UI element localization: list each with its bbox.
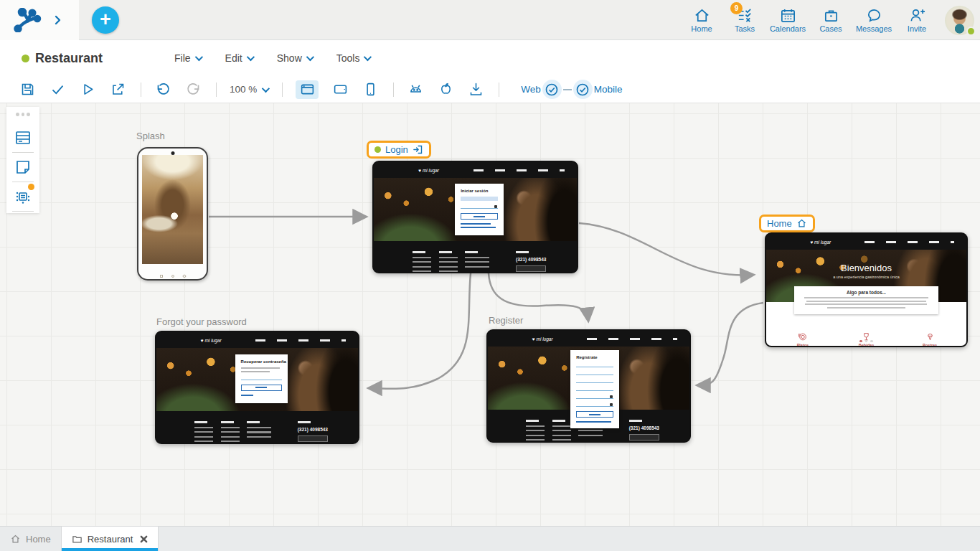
mock-nav-links	[473, 169, 565, 171]
logo-zone	[0, 0, 79, 40]
nav-messages-button[interactable]: Messages	[852, 7, 895, 33]
mock-navbar: ♥ mi lugar	[766, 234, 966, 250]
templates-tool-button[interactable]	[6, 153, 39, 182]
tab-home-label: Home	[26, 534, 51, 545]
nav-calendars-button[interactable]: Calendars	[766, 7, 809, 33]
new-item-button[interactable]: +	[92, 6, 119, 34]
tab-restaurant-label: Restaurant	[88, 534, 133, 545]
invite-user-icon	[909, 7, 925, 24]
mobile-toggle[interactable]	[573, 80, 593, 99]
screens-icon	[14, 129, 32, 146]
zoom-value: 100 %	[230, 84, 257, 95]
forgot-screen-label[interactable]: Forgot your password	[156, 316, 247, 327]
mock-navbar: ♥ mi lugar	[156, 332, 358, 348]
browser-device-icon	[300, 82, 315, 97]
design-canvas[interactable]: Splash Login ♥ mi lugar Iniciar sesión	[0, 103, 980, 526]
menu-show[interactable]: Show	[277, 52, 312, 64]
device-tablet-button[interactable]	[331, 81, 349, 98]
top-bar: + Home 9 Tasks	[0, 0, 980, 40]
zoom-dropdown[interactable]: 100 %	[230, 84, 268, 95]
nav-cases-button[interactable]: Cases	[809, 7, 852, 33]
home-label-text: Home	[767, 218, 792, 229]
forgot-screen-thumbnail[interactable]: ♥ mi lugar Recuperar contraseña	[155, 331, 359, 444]
masters-notification-dot	[28, 184, 34, 190]
footer-phone: (321) 4098543	[298, 427, 341, 432]
nav-invite-button[interactable]: Invite	[895, 7, 938, 33]
share-button[interactable]	[109, 81, 126, 98]
tab-home[interactable]: Home	[0, 527, 61, 551]
download-button[interactable]	[467, 81, 484, 98]
mock-brand: ♥ mi lugar	[810, 240, 831, 245]
home-screen-thumbnail[interactable]: ♥ mi lugar Bienvenidos a una experiencia…	[765, 232, 968, 347]
login-card-title: Iniciar sesión	[461, 189, 498, 193]
forgot-link	[461, 223, 491, 225]
save-button[interactable]	[19, 81, 36, 98]
nav-home-button[interactable]: Home	[680, 7, 723, 33]
footer-button	[516, 265, 546, 272]
top-navigation: Home 9 Tasks Calendars	[680, 0, 938, 40]
justinmind-logo[interactable]	[13, 8, 42, 32]
user-avatar[interactable]	[945, 6, 974, 35]
home-screen-label[interactable]: Home	[759, 215, 815, 232]
validate-button[interactable]	[49, 81, 66, 98]
close-tab-button[interactable]	[140, 535, 148, 543]
screens-tool-button[interactable]	[6, 123, 39, 152]
intro-card: Algo para todos...	[794, 286, 938, 314]
login-link	[576, 421, 611, 423]
undo-icon	[156, 82, 171, 97]
hero-image: Iniciar sesión	[374, 178, 577, 241]
screens-panel	[6, 107, 39, 213]
chevron-down-icon	[364, 53, 372, 61]
mock-brand: ♥ mi lugar	[418, 168, 439, 173]
masters-tool-button[interactable]	[6, 182, 39, 211]
undo-button[interactable]	[154, 81, 171, 98]
mock-navbar: ♥ mi lugar	[374, 162, 577, 178]
project-title: Restaurant	[35, 51, 103, 66]
toolbar-divider	[393, 83, 394, 97]
android-icon	[408, 82, 423, 97]
simulate-button[interactable]	[79, 81, 96, 98]
menu-edit[interactable]: Edit	[225, 52, 253, 64]
nav-tasks-button[interactable]: 9 Tasks	[723, 7, 766, 33]
home-icon	[694, 7, 710, 24]
name-field	[576, 363, 613, 367]
play-icon	[80, 82, 95, 97]
chevron-down-icon	[306, 53, 314, 61]
menu-file[interactable]: File	[174, 52, 201, 64]
mock-nav-links	[587, 338, 677, 340]
share-icon	[110, 82, 126, 97]
web-toggle[interactable]	[542, 80, 562, 99]
check-circle-icon	[575, 83, 590, 97]
email-field	[241, 376, 282, 380]
android-export-button[interactable]	[407, 81, 424, 98]
splash-screen-label[interactable]: Splash	[136, 131, 165, 141]
device-web-button[interactable]	[296, 80, 319, 99]
splash-screen-thumbnail[interactable]	[137, 147, 208, 281]
toolbar-divider	[282, 83, 283, 97]
footer-phone: (321) 4098543	[516, 257, 559, 262]
device-phone-button[interactable]	[362, 81, 379, 98]
menu-tools-label: Tools	[336, 52, 360, 64]
menu-file-label: File	[174, 52, 191, 64]
login-screen-label[interactable]: Login	[367, 141, 431, 159]
phone-camera	[171, 151, 174, 155]
email-field	[576, 387, 613, 391]
ios-export-button[interactable]	[437, 81, 454, 98]
panel-drag-handle[interactable]	[16, 113, 30, 116]
redo-button[interactable]	[184, 81, 202, 98]
mock-brand: ♥ mi lugar	[201, 338, 222, 343]
login-button	[461, 213, 498, 220]
chevron-down-icon	[194, 53, 202, 61]
mock-nav-links	[864, 241, 955, 243]
forgot-card: Recuperar contraseña	[235, 354, 288, 403]
menu-tools[interactable]: Tools	[336, 52, 370, 64]
expand-chevron-icon[interactable]	[52, 14, 63, 26]
nav-calendars-label: Calendars	[770, 24, 806, 33]
carousel-dots	[766, 340, 966, 343]
home-flag-icon	[796, 218, 807, 229]
tab-restaurant[interactable]: Restaurant	[61, 527, 159, 551]
mock-footer: (321) 4098543	[156, 411, 358, 443]
register-screen-label[interactable]: Register	[489, 315, 523, 326]
login-screen-thumbnail[interactable]: ♥ mi lugar Iniciar sesión	[372, 161, 578, 273]
register-screen-thumbnail[interactable]: ♥ mi lugar Regístrate	[486, 329, 691, 443]
